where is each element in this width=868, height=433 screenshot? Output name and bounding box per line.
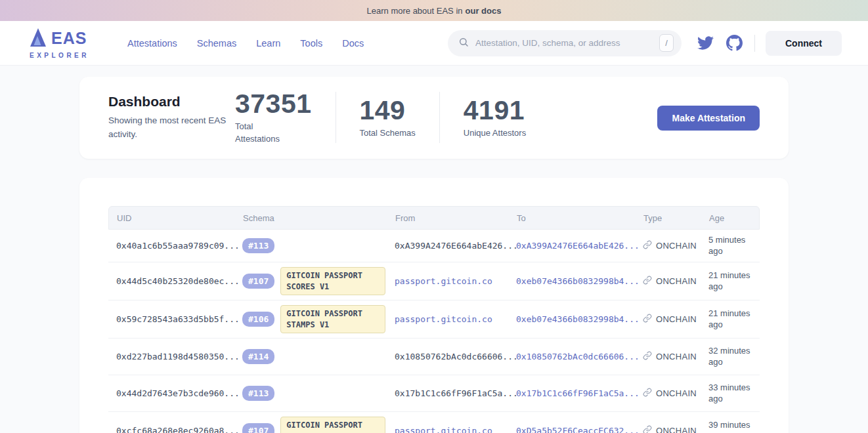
- from-cell[interactable]: 0x17b1C1c66fF96F1aC5a...: [387, 384, 508, 402]
- chain-link-icon: [643, 425, 652, 433]
- table-row[interactable]: 0x44d2d7643e7b3cde960... #113 0x17b1C1c6…: [108, 375, 760, 412]
- nav-learn[interactable]: Learn: [256, 38, 280, 49]
- search-input[interactable]: [475, 38, 659, 48]
- from-cell[interactable]: passport.gitcoin.co: [387, 272, 508, 290]
- type-cell: ONCHAIN: [635, 272, 701, 291]
- uid-cell[interactable]: 0xd227bad1198d4580350...: [108, 348, 234, 365]
- docs-banner: Learn more about EAS in our docs: [0, 0, 868, 21]
- dashboard-heading: Dashboard Showing the most recent EAS ac…: [108, 94, 235, 142]
- age-cell: 32 minutes ago: [701, 342, 760, 371]
- stat-value: 149: [360, 96, 416, 125]
- github-icon[interactable]: [726, 35, 743, 51]
- type-label: ONCHAIN: [656, 276, 697, 286]
- table-row[interactable]: 0x40a1c6b55aaa9789c09... #113 0xA399A247…: [108, 230, 760, 262]
- stat-total-attestations: 37351 Total Attestations: [235, 90, 336, 146]
- col-header-from: From: [387, 213, 509, 223]
- stats-row: 37351 Total Attestations 149 Total Schem…: [235, 90, 550, 146]
- from-cell[interactable]: 0x10850762bAc0dc66606...: [387, 348, 508, 365]
- nav-attestations[interactable]: Attestations: [127, 38, 177, 49]
- to-cell[interactable]: 0x17b1C1c66fF96F1aC5a...: [508, 384, 635, 402]
- stat-total-schemas: 149 Total Schemas: [336, 96, 439, 140]
- uid-cell[interactable]: 0x40a1c6b55aaa9789c09...: [108, 237, 234, 255]
- schema-name-badge[interactable]: GITCOIN PASSPORT STAMPS V1: [280, 305, 385, 334]
- schema-id-badge[interactable]: #113: [242, 238, 274, 253]
- stat-unique-attestors: 4191 Unique Attestors: [440, 96, 550, 140]
- schema-id-badge[interactable]: #113: [242, 386, 274, 401]
- to-cell[interactable]: 0xeb07e4366b0832998b4...: [508, 272, 635, 290]
- to-cell[interactable]: 0xD5a5b52F6CeaccEC632...: [508, 422, 635, 433]
- type-label: ONCHAIN: [656, 241, 697, 251]
- banner-text: Learn more about EAS in: [367, 6, 463, 16]
- search-shortcut-badge: /: [659, 34, 674, 52]
- type-cell: ONCHAIN: [635, 421, 701, 433]
- schema-cell: #113: [234, 382, 387, 405]
- stat-label: Unique Attestors: [464, 127, 526, 140]
- table-row[interactable]: 0xd227bad1198d4580350... #114 0x10850762…: [108, 339, 760, 375]
- stat-value: 4191: [464, 96, 526, 125]
- nav-schemas[interactable]: Schemas: [197, 38, 236, 49]
- dashboard-card: Dashboard Showing the most recent EAS ac…: [79, 77, 789, 159]
- search-bar[interactable]: /: [448, 30, 682, 56]
- stat-value: 37351: [235, 90, 312, 118]
- schema-cell: #114: [234, 345, 387, 368]
- col-header-to: To: [509, 213, 636, 223]
- type-cell: ONCHAIN: [635, 236, 701, 256]
- schema-name-badge[interactable]: GITCOIN PASSPORT SCORES V1: [280, 267, 385, 296]
- main-nav: Attestations Schemas Learn Tools Docs: [127, 38, 364, 49]
- chain-link-icon: [643, 314, 652, 325]
- table-row[interactable]: 0x44d5c40b25320de80ec... #107 GITCOIN PA…: [108, 262, 760, 300]
- nav-tools[interactable]: Tools: [300, 38, 322, 49]
- type-cell: ONCHAIN: [635, 347, 701, 367]
- attestations-table: UID Schema From To Type Age 0x40a1c6b55a…: [108, 206, 760, 433]
- schema-name-badge[interactable]: GITCOIN PASSPORT SCORES V1: [280, 417, 385, 433]
- uid-cell[interactable]: 0x59c728543a633d5bb5f...: [108, 310, 234, 328]
- col-header-schema: Schema: [235, 213, 387, 223]
- from-cell[interactable]: 0xA399A2476E664abE426...: [387, 237, 508, 255]
- type-cell: ONCHAIN: [635, 384, 701, 403]
- schema-cell: #107 GITCOIN PASSPORT SCORES V1: [234, 263, 387, 300]
- age-cell: 21 minutes ago: [701, 266, 760, 296]
- schema-id-badge[interactable]: #107: [242, 423, 274, 433]
- uid-cell[interactable]: 0xcfc68a268e8ec9260a8...: [108, 422, 234, 433]
- uid-cell[interactable]: 0x44d5c40b25320de80ec...: [108, 272, 234, 290]
- logo-subtitle: EXPLORER: [30, 52, 89, 59]
- twitter-icon[interactable]: [697, 35, 714, 51]
- header-divider: [754, 35, 755, 52]
- eas-logo[interactable]: EAS EXPLORER: [30, 28, 89, 59]
- table-row[interactable]: 0xcfc68a268e8ec9260a8... #107 GITCOIN PA…: [108, 412, 760, 433]
- type-label: ONCHAIN: [656, 352, 697, 361]
- schema-id-badge[interactable]: #114: [242, 349, 274, 364]
- nav-docs[interactable]: Docs: [342, 38, 364, 49]
- to-cell[interactable]: 0xeb07e4366b0832998b4...: [508, 310, 635, 328]
- age-cell: 5 minutes ago: [701, 231, 760, 260]
- social-links: [697, 35, 743, 51]
- banner-docs-link[interactable]: our docs: [466, 6, 502, 16]
- type-cell: ONCHAIN: [635, 310, 701, 329]
- type-label: ONCHAIN: [656, 388, 697, 398]
- type-label: ONCHAIN: [656, 314, 697, 324]
- stat-label: Total Attestations: [235, 121, 293, 146]
- table-header-row: UID Schema From To Type Age: [108, 206, 760, 230]
- schema-cell: #107 GITCOIN PASSPORT SCORES V1: [234, 413, 387, 433]
- to-cell[interactable]: 0xA399A2476E664abE426...: [508, 237, 635, 255]
- schema-id-badge[interactable]: #106: [242, 312, 274, 327]
- logo-title: EAS: [51, 30, 87, 47]
- from-cell[interactable]: passport.gitcoin.co: [387, 310, 508, 328]
- search-icon: [458, 37, 469, 50]
- to-cell[interactable]: 0x10850762bAc0dc66606...: [508, 348, 635, 365]
- uid-cell[interactable]: 0x44d2d7643e7b3cde960...: [108, 384, 234, 402]
- age-cell: 33 minutes ago: [701, 379, 760, 408]
- age-cell: 21 minutes ago: [701, 304, 760, 334]
- header: EAS EXPLORER Attestations Schemas Learn …: [0, 21, 868, 66]
- schema-cell: #106 GITCOIN PASSPORT STAMPS V1: [234, 301, 387, 338]
- table-row[interactable]: 0x59c728543a633d5bb5f... #106 GITCOIN PA…: [108, 300, 760, 339]
- from-cell[interactable]: passport.gitcoin.co: [387, 422, 508, 433]
- chain-link-icon: [643, 388, 652, 400]
- col-header-age: Age: [701, 213, 760, 223]
- col-header-type: Type: [636, 213, 701, 223]
- connect-button[interactable]: Connect: [766, 31, 842, 56]
- page-title: Dashboard: [108, 94, 235, 110]
- stat-label: Total Schemas: [360, 127, 416, 140]
- schema-id-badge[interactable]: #107: [242, 274, 274, 289]
- make-attestation-button[interactable]: Make Attestation: [657, 106, 760, 131]
